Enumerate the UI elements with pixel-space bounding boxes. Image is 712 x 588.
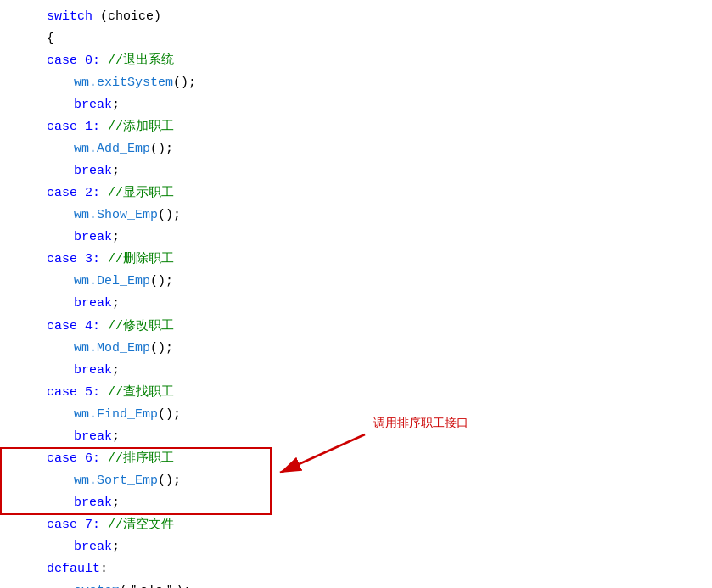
- code-line: break;: [47, 294, 704, 316]
- code-text: wm.Mod_Emp();: [47, 339, 173, 359]
- code-line: break;: [47, 537, 704, 559]
- code-text: case 3: //删除职工: [47, 249, 174, 270]
- code-text: system(＂cls＂);: [47, 581, 191, 588]
- code-line: break;: [47, 227, 704, 249]
- code-text: wm.Show_Emp();: [47, 205, 181, 226]
- code-line: wm.Del_Emp();: [47, 272, 704, 294]
- code-text: break;: [47, 361, 120, 381]
- code-text: wm.Add_Emp();: [47, 139, 173, 160]
- code-line: wm.Show_Emp();: [47, 205, 704, 227]
- code-text: break;: [47, 537, 120, 557]
- code-line: case 1: //添加职工: [47, 117, 704, 139]
- code-text: wm.Del_Emp();: [47, 272, 173, 292]
- code-text: case 2: //显示职工: [47, 183, 174, 204]
- code-line: wm.Mod_Emp();: [47, 339, 704, 361]
- code-line: break;: [47, 493, 704, 515]
- code-text: case 1: //添加职工: [47, 117, 174, 137]
- code-line: wm.Sort_Emp();: [47, 471, 704, 493]
- code-line: wm.exitSystem();: [47, 73, 704, 95]
- code-text: wm.exitSystem();: [47, 73, 196, 93]
- code-text: break;: [47, 227, 120, 248]
- code-line: switch (choice): [47, 7, 704, 29]
- code-text: wm.Find_Emp();: [47, 405, 181, 425]
- annotation-label: 调用排序职工接口: [373, 413, 468, 432]
- code-text: case 6: //排序职工: [47, 449, 174, 469]
- code-text: case 4: //修改职工: [47, 316, 174, 337]
- code-container: switch (choice){case 0: //退出系统wm.exitSys…: [0, 7, 712, 588]
- code-text: break;: [47, 493, 120, 513]
- code-text: case 0: //退出系统: [47, 51, 174, 71]
- code-text: break;: [47, 294, 120, 314]
- code-line: case 7: //清空文件: [47, 515, 704, 537]
- code-text: wm.Sort_Emp();: [47, 471, 181, 491]
- code-text: case 5: //查找职工: [47, 383, 174, 403]
- code-line: case 6: //排序职工: [47, 449, 704, 471]
- code-text: switch (choice): [47, 7, 161, 27]
- code-text: case 7: //清空文件: [47, 515, 174, 535]
- code-line: case 0: //退出系统: [47, 51, 704, 73]
- code-line: case 5: //查找职工: [47, 383, 704, 405]
- code-line: {: [47, 29, 704, 51]
- code-text: break;: [47, 95, 120, 115]
- code-line: case 3: //删除职工: [47, 249, 704, 272]
- code-line: system(＂cls＂);: [47, 581, 704, 588]
- code-line: case 2: //显示职工: [47, 183, 704, 205]
- code-editor: switch (choice){case 0: //退出系统wm.exitSys…: [0, 7, 712, 588]
- code-line: case 4: //修改职工: [47, 316, 704, 339]
- code-line: break;: [47, 361, 704, 383]
- code-line: wm.Add_Emp();: [47, 139, 704, 161]
- code-text: default:: [47, 559, 108, 580]
- code-text: {: [47, 29, 54, 49]
- code-line: break;: [47, 161, 704, 183]
- code-line: default:: [47, 559, 704, 581]
- code-text: break;: [47, 427, 120, 447]
- code-text: break;: [47, 161, 120, 182]
- code-line: break;: [47, 95, 704, 117]
